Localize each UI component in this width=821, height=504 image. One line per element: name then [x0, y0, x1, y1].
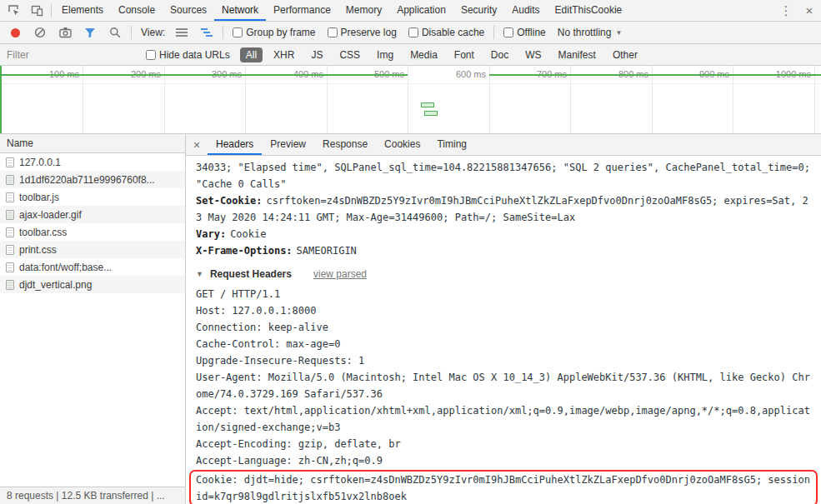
- request-headers-section-header[interactable]: ▼ Request Headers view parsed: [196, 266, 811, 282]
- throttling-value: No throttling: [558, 27, 612, 38]
- search-button[interactable]: [103, 22, 127, 43]
- filter-type-doc[interactable]: Doc: [485, 47, 514, 62]
- network-main-area: Name 127.0.0.1 1d1df6220ab711e9996760f8.…: [0, 134, 821, 504]
- capture-screenshots-button[interactable]: [53, 22, 77, 43]
- request-row[interactable]: 1d1df6220ab711e9996760f8...: [0, 171, 185, 188]
- raw-request-header-line: GET / HTTP/1.1: [196, 286, 811, 302]
- tab-memory[interactable]: Memory: [338, 0, 389, 21]
- filter-type-js[interactable]: JS: [305, 47, 328, 62]
- timeline-ruler-separator: [0, 83, 821, 84]
- raw-request-header-line: Upgrade-Insecure-Requests: 1: [196, 352, 811, 369]
- request-row[interactable]: print.css: [0, 241, 185, 258]
- close-icon: ×: [193, 138, 200, 152]
- cookie-header-line: Cookie: djdt=hide; csrftoken=z4sDnWBZDz5…: [196, 472, 811, 504]
- overview-request-bar: [424, 111, 438, 116]
- request-row[interactable]: djdt_vertical.png: [0, 276, 185, 293]
- throttling-select[interactable]: No throttling ▼: [558, 27, 623, 38]
- inspect-cursor-icon: [8, 4, 20, 17]
- request-details-panel: × Headers Preview Response Cookies Timin…: [186, 134, 821, 504]
- header-value: csrftoken=z4sDnWBZDz5Y9zIvr0mI9hJBmCciPu…: [196, 195, 808, 223]
- clear-button[interactable]: [28, 22, 52, 43]
- response-header-line: Vary:Cookie: [196, 226, 811, 242]
- view-large-rows-button[interactable]: [170, 22, 193, 43]
- filter-type-font[interactable]: Font: [448, 47, 480, 62]
- tab-editthiscookie[interactable]: EditThisCookie: [548, 0, 630, 21]
- record-network-log-button[interactable]: [3, 22, 27, 43]
- filter-type-ws[interactable]: WS: [519, 47, 547, 62]
- timeline-gridline: [327, 66, 328, 133]
- image-icon: [6, 280, 14, 290]
- filter-input[interactable]: [7, 47, 136, 62]
- offline-label: Offline: [517, 27, 545, 38]
- headers-panel-content[interactable]: 34033; "Elapsed time", SQLPanel_sql_time…: [186, 156, 821, 504]
- divider: [51, 4, 52, 17]
- timeline-gridline: [652, 66, 653, 133]
- tab-network[interactable]: Network: [214, 0, 266, 21]
- tab-sources[interactable]: Sources: [163, 0, 214, 21]
- group-by-frame-checkbox[interactable]: [233, 27, 243, 37]
- tab-performance[interactable]: Performance: [266, 0, 338, 21]
- timeline-gridline: [408, 66, 408, 133]
- request-row[interactable]: toolbar.css: [0, 223, 185, 241]
- disclosure-triangle-icon[interactable]: ▼: [196, 266, 203, 282]
- requests-column: Name 127.0.0.1 1d1df6220ab711e9996760f8.…: [0, 134, 186, 504]
- overview-request-bar: [421, 102, 434, 107]
- details-tab-headers[interactable]: Headers: [208, 134, 262, 155]
- tab-audits[interactable]: Audits: [504, 0, 547, 21]
- details-tab-cookies[interactable]: Cookies: [376, 134, 428, 155]
- filter-type-all[interactable]: All: [240, 47, 263, 62]
- request-row[interactable]: data:font/woff;base...: [0, 258, 185, 276]
- preserve-log-label: Preserve log: [341, 27, 397, 38]
- filter-type-img[interactable]: Img: [371, 47, 399, 62]
- view-parsed-link[interactable]: view parsed: [313, 266, 367, 282]
- header-name: Set-Cookie:: [196, 195, 262, 207]
- devtools-close-button[interactable]: ×: [798, 0, 821, 21]
- request-row[interactable]: toolbar.js: [0, 188, 185, 206]
- filter-type-css[interactable]: CSS: [333, 47, 366, 62]
- offline-checkbox[interactable]: [503, 27, 513, 37]
- show-overview-button[interactable]: [195, 22, 218, 43]
- preserve-log-checkbox[interactable]: [328, 27, 338, 37]
- raw-request-header-line: Host: 127.0.0.1:8000: [196, 302, 811, 319]
- hide-data-urls-option: Hide data URLs: [146, 49, 230, 61]
- request-name: toolbar.js: [19, 192, 59, 203]
- filter-type-manifest[interactable]: Manifest: [553, 47, 602, 62]
- tab-application[interactable]: Application: [389, 0, 453, 21]
- details-tab-response[interactable]: Response: [314, 134, 376, 155]
- device-toolbar-icon: [31, 4, 43, 17]
- image-icon: [6, 175, 14, 185]
- timeline-event-line: [0, 66, 2, 133]
- group-by-frame-option: Group by frame: [233, 27, 315, 38]
- summary-text: 8 requests | 12.5 KB transferred | ...: [7, 490, 165, 502]
- details-tab-preview[interactable]: Preview: [262, 134, 314, 155]
- request-row[interactable]: 127.0.0.1: [0, 153, 185, 171]
- timeline-gridline: [489, 66, 490, 133]
- timeline-gridline: [83, 66, 83, 133]
- tab-console[interactable]: Console: [111, 0, 163, 21]
- disable-cache-option: Disable cache: [408, 27, 484, 38]
- details-tab-timing[interactable]: Timing: [428, 134, 475, 155]
- stylesheet-icon: [6, 227, 14, 237]
- devtools-menu-button[interactable]: ⋮: [774, 0, 798, 21]
- filter-type-media[interactable]: Media: [404, 47, 443, 62]
- request-name: djdt_vertical.png: [19, 279, 92, 291]
- network-overview-timeline[interactable]: 100 ms 200 ms 300 ms 400 ms 500 ms 600 m…: [0, 66, 821, 134]
- filter-toggle-button[interactable]: [78, 22, 102, 43]
- device-toolbar-button[interactable]: [25, 0, 48, 21]
- name-column-header[interactable]: Name: [0, 134, 185, 153]
- header-name: Vary:: [196, 228, 226, 240]
- tab-elements[interactable]: Elements: [54, 0, 111, 21]
- tab-security[interactable]: Security: [453, 0, 504, 21]
- preserve-log-option: Preserve log: [328, 27, 397, 38]
- filter-type-xhr[interactable]: XHR: [268, 47, 300, 62]
- view-label: View:: [141, 27, 165, 38]
- hide-data-urls-checkbox[interactable]: [146, 50, 156, 60]
- disable-cache-checkbox[interactable]: [408, 27, 418, 37]
- request-row[interactable]: ajax-loader.gif: [0, 206, 185, 223]
- details-close-button[interactable]: ×: [186, 134, 208, 155]
- filter-type-other[interactable]: Other: [607, 47, 643, 62]
- inspect-element-button[interactable]: [2, 0, 25, 21]
- details-tabbar: × Headers Preview Response Cookies Timin…: [186, 134, 821, 156]
- request-list: 127.0.0.1 1d1df6220ab711e9996760f8... to…: [0, 153, 185, 487]
- search-icon: [109, 27, 121, 38]
